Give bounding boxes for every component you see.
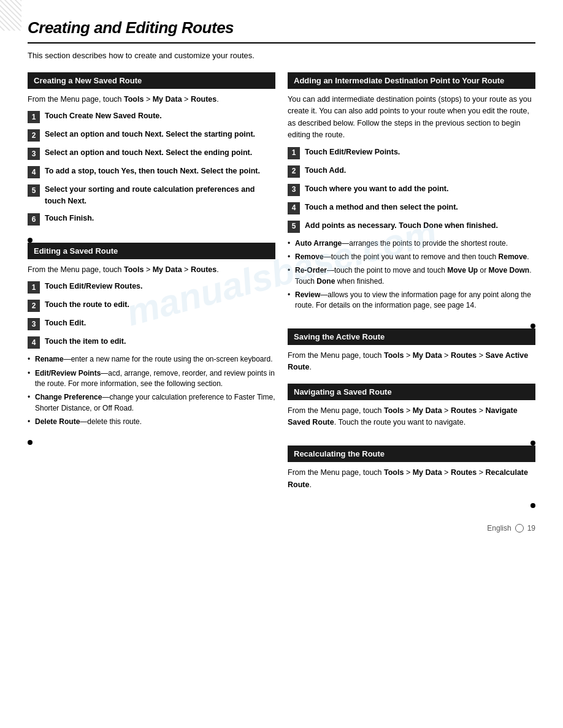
section-header-creating: Creating a New Saved Route [28,72,275,89]
bullet-delete-route: Delete Route—delete this route. [28,417,275,427]
content-columns: Creating a New Saved Route From the Menu… [28,72,535,508]
section-body-navigating: From the Menu page, touch Tools > My Dat… [288,405,535,429]
footer-language: English [487,524,511,533]
section-recalculating: Recalculating the Route From the Menu pa… [288,446,535,491]
navigating-text: From the Menu page, touch Tools > My Dat… [288,405,535,429]
page-wrapper: manualsbase.com Creating and Editing Rou… [0,0,563,545]
section-header-navigating: Navigating a Saved Route [288,384,535,400]
step-2-creating: 2 Select an option and touch Next. Selec… [28,129,275,142]
editing-intro: From the Menu page, touch Tools > My Dat… [28,264,275,276]
right-dot-3 [530,503,535,508]
step-5-creating: 5 Select your sorting and route calculat… [28,184,275,207]
saving-text: From the Menu page, touch Tools > My Dat… [288,350,535,374]
footer-page-number: 19 [527,524,535,533]
section-editing-saved-route: Editing a Saved Route From the Menu page… [28,243,275,428]
left-column: Creating a New Saved Route From the Menu… [28,72,275,508]
step-3-editing: 3 Touch Edit. [28,317,275,330]
right-column: Adding an Intermediate Destination Point… [288,72,535,508]
step-3-adding: 3 Touch where you want to add the point. [288,183,535,196]
step-5-adding: 5 Add points as necessary. Touch Done wh… [288,220,535,233]
left-dot-2 [28,440,33,445]
creating-intro: From the Menu page, touch Tools > My Dat… [28,94,275,105]
section-header-saving: Saving the Active Route [288,328,535,345]
adding-bullet-list: Auto Arrange—arranges the points to prov… [288,238,535,311]
adding-intro: You can add intermediate destination poi… [288,94,535,142]
page-title: Creating and Editing Routes [28,18,535,37]
step-1-creating: 1 Touch Create New Saved Route. [28,110,275,123]
bullet-auto-arrange: Auto Arrange—arranges the points to prov… [288,238,535,249]
page-header: Creating and Editing Routes [28,18,535,44]
section-header-editing: Editing a Saved Route [28,243,275,259]
section-adding-intermediate: Adding an Intermediate Destination Point… [288,72,535,311]
step-1-adding: 1 Touch Edit/Review Points. [288,146,535,159]
step-1-editing: 1 Touch Edit/Review Routes. [28,281,275,294]
bullet-remove: Remove—touch the point you want to remov… [288,252,535,262]
step-4-creating: 4 To add a stop, touch Yes, then touch N… [28,165,275,178]
step-4-editing: 4 Touch the item to edit. [28,336,275,349]
bullet-rename: Rename—enter a new name for the route us… [28,354,275,365]
bullet-re-order: Re-Order—touch the point to move and tou… [288,265,535,287]
step-6-creating: 6 Touch Finish. [28,213,275,226]
decorative-pattern [0,0,21,31]
right-dot-1 [530,324,535,328]
section-navigating: Navigating a Saved Route From the Menu p… [288,384,535,429]
bullet-edit-review: Edit/Review Points—acd, arrange, remove,… [28,368,275,390]
globe-icon [515,524,524,533]
bullet-change-pref: Change Preference—change your calculatio… [28,392,275,414]
step-4-adding: 4 Touch a method and then select the poi… [288,202,535,214]
section-body-saving: From the Menu page, touch Tools > My Dat… [288,350,535,374]
step-3-creating: 3 Select an option and touch Next. Selec… [28,147,275,160]
left-dot-1 [28,238,33,243]
editing-bullet-list: Rename—enter a new name for the route us… [28,354,275,427]
section-header-recalculating: Recalculating the Route [288,446,535,462]
section-body-recalculating: From the Menu page, touch Tools > My Dat… [288,467,535,491]
bullet-review: Review—allows you to view the informatio… [288,290,535,311]
section-creating-new-saved-route: Creating a New Saved Route From the Menu… [28,72,275,226]
step-2-editing: 2 Touch the route to edit. [28,299,275,312]
right-dot-2 [530,441,535,446]
step-2-adding: 2 Touch Add. [288,165,535,178]
section-saving-active: Saving the Active Route From the Menu pa… [288,328,535,374]
section-body-editing: From the Menu page, touch Tools > My Dat… [28,264,275,428]
page-footer: English 19 [487,524,535,533]
section-header-adding: Adding an Intermediate Destination Point… [288,72,535,89]
header-intro: This section describes how to create and… [28,51,535,60]
recalculating-text: From the Menu page, touch Tools > My Dat… [288,467,535,491]
section-body-creating: From the Menu page, touch Tools > My Dat… [28,94,275,226]
section-body-adding: You can add intermediate destination poi… [288,94,535,311]
